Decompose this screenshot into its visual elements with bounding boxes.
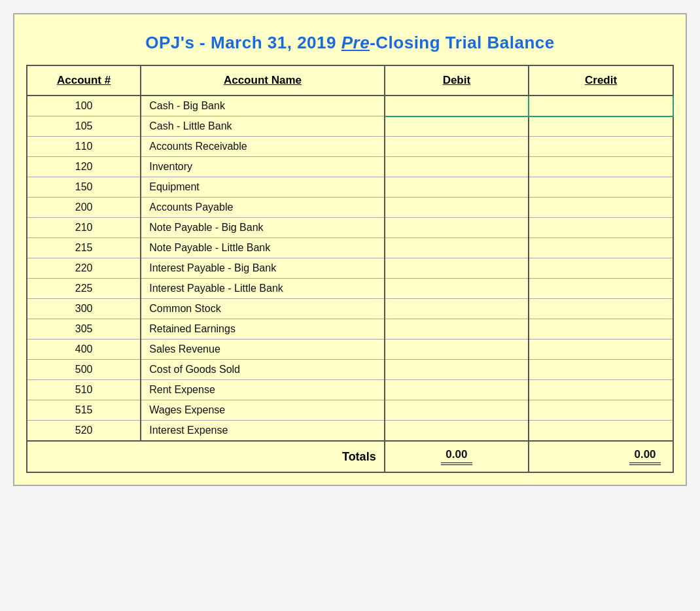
cell-acct-name: Interest Payable - Big Bank — [141, 258, 384, 279]
cell-acct-num: 225 — [27, 279, 141, 299]
cell-debit[interactable] — [385, 198, 529, 218]
cell-acct-name: Wages Expense — [141, 400, 384, 421]
cell-acct-num: 300 — [27, 299, 141, 319]
cell-acct-num: 200 — [27, 198, 141, 218]
cell-debit[interactable] — [385, 157, 529, 177]
cell-acct-num: 105 — [27, 116, 141, 137]
col-header-acct-num: Account # — [27, 65, 141, 96]
title-pre: Pre — [341, 33, 370, 52]
table-row: 100Cash - Big Bank — [27, 96, 673, 116]
cell-debit[interactable] — [385, 96, 529, 116]
title-prefix: OPJ's - March 31, 2019 — [145, 33, 341, 52]
title-suffix: -Closing Trial Balance — [370, 33, 555, 52]
cell-debit[interactable] — [385, 340, 529, 360]
cell-debit[interactable] — [385, 238, 529, 258]
cell-acct-name: Note Payable - Little Bank — [141, 238, 384, 258]
cell-debit[interactable] — [385, 400, 529, 421]
table-row: 150Equipment — [27, 177, 673, 198]
cell-acct-num: 215 — [27, 238, 141, 258]
col-header-debit: Debit — [385, 65, 529, 96]
cell-acct-num: 110 — [27, 137, 141, 157]
cell-acct-num: 400 — [27, 340, 141, 360]
cell-credit[interactable] — [529, 137, 673, 157]
cell-acct-num: 515 — [27, 400, 141, 421]
totals-credit[interactable]: 0.00 — [529, 441, 673, 472]
cell-credit[interactable] — [529, 340, 673, 360]
table-row: 215Note Payable - Little Bank — [27, 238, 673, 258]
cell-debit[interactable] — [385, 177, 529, 198]
cell-acct-name: Accounts Payable — [141, 198, 384, 218]
cell-acct-num: 120 — [27, 157, 141, 177]
cell-debit[interactable] — [385, 218, 529, 238]
table-row: 510Rent Expense — [27, 380, 673, 400]
cell-acct-num: 305 — [27, 319, 141, 340]
cell-credit[interactable] — [529, 258, 673, 279]
cell-acct-name: Retained Earnings — [141, 319, 384, 340]
cell-acct-num: 510 — [27, 380, 141, 400]
table-row: 515Wages Expense — [27, 400, 673, 421]
cell-credit[interactable] — [529, 177, 673, 198]
table-row: 110Accounts Receivable — [27, 137, 673, 157]
cell-acct-num: 500 — [27, 360, 141, 380]
table-row: 520Interest Expense — [27, 421, 673, 442]
cell-debit[interactable] — [385, 258, 529, 279]
cell-credit[interactable] — [529, 299, 673, 319]
cell-acct-name: Interest Expense — [141, 421, 384, 442]
cell-credit[interactable] — [529, 421, 673, 442]
cell-acct-num: 150 — [27, 177, 141, 198]
cell-acct-name: Rent Expense — [141, 380, 384, 400]
table-row: 305Retained Earnings — [27, 319, 673, 340]
cell-acct-name: Sales Revenue — [141, 340, 384, 360]
cell-credit[interactable] — [529, 319, 673, 340]
cell-debit[interactable] — [385, 137, 529, 157]
table-row: 400Sales Revenue — [27, 340, 673, 360]
cell-acct-name: Accounts Receivable — [141, 137, 384, 157]
cell-credit[interactable] — [529, 96, 673, 116]
cell-credit[interactable] — [529, 238, 673, 258]
cell-acct-num: 210 — [27, 218, 141, 238]
page-title: OPJ's - March 31, 2019 Pre-Closing Trial… — [26, 26, 674, 65]
cell-acct-name: Common Stock — [141, 299, 384, 319]
cell-debit[interactable] — [385, 360, 529, 380]
cell-debit[interactable] — [385, 299, 529, 319]
cell-credit[interactable] — [529, 380, 673, 400]
totals-row: Totals 0.00 0.00 — [27, 441, 673, 472]
cell-credit[interactable] — [529, 116, 673, 137]
table-row: 105Cash - Little Bank — [27, 116, 673, 137]
table-row: 210Note Payable - Big Bank — [27, 218, 673, 238]
table-row: 200Accounts Payable — [27, 198, 673, 218]
cell-debit[interactable] — [385, 380, 529, 400]
table-row: 300Common Stock — [27, 299, 673, 319]
cell-credit[interactable] — [529, 360, 673, 380]
table-row: 500Cost of Goods Sold — [27, 360, 673, 380]
cell-debit[interactable] — [385, 319, 529, 340]
col-header-acct-name: Account Name — [141, 65, 384, 96]
table-row: 225Interest Payable - Little Bank — [27, 279, 673, 299]
table-row: 120Inventory — [27, 157, 673, 177]
cell-acct-name: Interest Payable - Little Bank — [141, 279, 384, 299]
col-header-credit: Credit — [529, 65, 673, 96]
page-wrapper: OPJ's - March 31, 2019 Pre-Closing Trial… — [13, 13, 687, 486]
cell-credit[interactable] — [529, 157, 673, 177]
cell-acct-name: Cash - Big Bank — [141, 96, 384, 116]
cell-debit[interactable] — [385, 116, 529, 137]
cell-acct-name: Cost of Goods Sold — [141, 360, 384, 380]
header-row: Account # Account Name Debit Credit — [27, 65, 673, 96]
cell-credit[interactable] — [529, 218, 673, 238]
table-row: 220Interest Payable - Big Bank — [27, 258, 673, 279]
cell-acct-name: Note Payable - Big Bank — [141, 218, 384, 238]
cell-acct-num: 100 — [27, 96, 141, 116]
cell-acct-name: Cash - Little Bank — [141, 116, 384, 137]
cell-credit[interactable] — [529, 279, 673, 299]
cell-acct-name: Inventory — [141, 157, 384, 177]
cell-acct-num: 520 — [27, 421, 141, 442]
trial-balance-table: Account # Account Name Debit Credit 100C… — [26, 65, 674, 473]
cell-credit[interactable] — [529, 198, 673, 218]
totals-debit[interactable]: 0.00 — [385, 441, 529, 472]
cell-debit[interactable] — [385, 279, 529, 299]
cell-acct-name: Equipment — [141, 177, 384, 198]
cell-debit[interactable] — [385, 421, 529, 442]
totals-label: Totals — [27, 441, 385, 472]
cell-credit[interactable] — [529, 400, 673, 421]
cell-acct-num: 220 — [27, 258, 141, 279]
